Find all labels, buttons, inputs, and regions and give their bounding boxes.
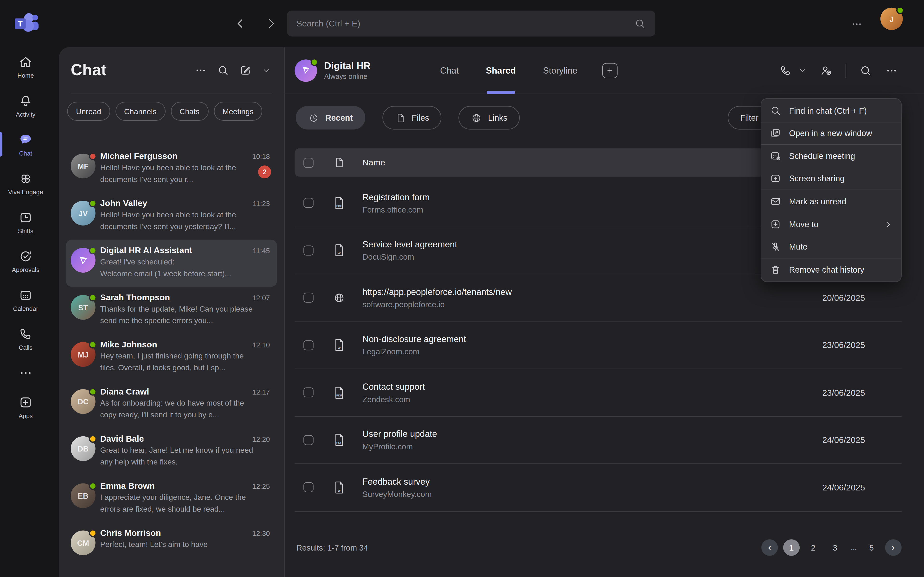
page-button[interactable]: ‹ xyxy=(761,539,778,556)
row-checkbox[interactable] xyxy=(304,293,313,303)
rail-item[interactable]: Calls xyxy=(0,319,51,358)
row-checkbox[interactable] xyxy=(304,482,313,492)
menu-item-label: Screen sharing xyxy=(789,174,845,183)
row-checkbox[interactable] xyxy=(304,340,313,350)
row-checkbox[interactable] xyxy=(304,198,313,208)
conversation-item[interactable]: CM Chris Morrison 12:30 Perfect, team! L… xyxy=(66,522,277,569)
chat-filter-pill[interactable]: Unread xyxy=(67,102,110,121)
rail-item[interactable]: Home xyxy=(0,47,51,86)
chat-tab[interactable]: Chat xyxy=(440,47,459,93)
menu-item-label: Open in a new window xyxy=(789,128,872,138)
call-button[interactable] xyxy=(779,64,792,77)
new-chat-button[interactable] xyxy=(239,64,252,76)
row-checkbox[interactable] xyxy=(304,388,313,398)
chat-filter-pill[interactable]: Channels xyxy=(115,102,165,121)
page-button[interactable]: 2 xyxy=(805,539,822,556)
file-date: 23/06/2025 xyxy=(822,388,865,397)
chevron-down-icon[interactable] xyxy=(262,66,271,75)
conversation-item[interactable]: JV John Valley 11:23 Hello! Have you bee… xyxy=(66,193,277,240)
rail-item-icon xyxy=(18,210,33,225)
rail-item-icon xyxy=(18,171,33,186)
add-tab-button[interactable] xyxy=(602,63,617,78)
menu-item[interactable]: Open in a new window xyxy=(761,122,901,145)
menu-item[interactable]: Find in chat (Ctrl + F) xyxy=(761,100,901,122)
global-search[interactable] xyxy=(287,11,656,37)
view-pill[interactable]: Links xyxy=(459,106,520,130)
file-date: 20/06/2025 xyxy=(822,293,865,303)
page-button[interactable]: 1 xyxy=(783,539,800,556)
svg-text:w: w xyxy=(338,346,341,350)
conversation-name: Michael Fergusson xyxy=(100,151,178,161)
rail-item[interactable]: Calendar xyxy=(0,280,51,319)
back-button[interactable] xyxy=(233,15,247,32)
conversation-time: 12:07 xyxy=(252,294,270,302)
conversation-item[interactable]: ST Sarah Thompson 12:07 Thanks for the u… xyxy=(66,287,277,334)
conversation-item[interactable]: EB Emma Brown 12:25 I appreciate your di… xyxy=(66,475,277,522)
page-button[interactable]: 3 xyxy=(827,539,843,556)
rail-item[interactable] xyxy=(0,358,51,387)
page-button[interactable]: ... xyxy=(849,539,858,556)
menu-item-label: Mute xyxy=(789,242,807,251)
chat-filter-pill[interactable]: Meetings xyxy=(214,102,263,121)
user-avatar[interactable]: J xyxy=(880,8,903,30)
conversation-preview: As for onboarding: we do have most of th… xyxy=(100,397,270,421)
conversation-name: John Valley xyxy=(100,198,147,208)
peer-avatar[interactable] xyxy=(294,59,317,82)
rail-item[interactable]: Approvals xyxy=(0,242,51,280)
menu-item[interactable]: Mute xyxy=(761,235,901,258)
chat-tab[interactable]: Storyline xyxy=(543,47,577,93)
find-in-chat-button[interactable] xyxy=(859,64,872,77)
chat-options-menu: Find in chat (Ctrl + F) Open in a new wi… xyxy=(761,98,901,282)
row-checkbox[interactable] xyxy=(304,245,313,256)
search-input[interactable] xyxy=(296,19,634,28)
conversation-name: Mike Johnson xyxy=(100,340,157,349)
table-row[interactable]: PDF Contact support Zendesk.com 23/06/20… xyxy=(294,369,901,417)
table-footer: Results: 1-7 from 34 ‹ 1 2 3 ... 5 xyxy=(296,518,901,577)
conversation-item[interactable]: MF Michael Fergusson 10:18 Hello! Have y… xyxy=(66,145,277,193)
chat-more-button[interactable] xyxy=(194,64,207,76)
rail-item[interactable]: Viva Engage xyxy=(0,164,51,203)
chat-tab[interactable]: Shared xyxy=(486,47,516,93)
conversation-time: 12:30 xyxy=(252,529,270,538)
conversation-name: Digital HR AI Assistant xyxy=(100,245,192,255)
chat-filter-pill[interactable]: Chats xyxy=(171,102,208,121)
call-options-chevron-icon[interactable] xyxy=(798,66,807,75)
rail-item-icon xyxy=(18,366,33,380)
file-title: Registration form xyxy=(362,192,430,202)
add-people-button[interactable] xyxy=(820,64,833,77)
menu-item-label: Remove chat history xyxy=(789,265,864,274)
menu-item[interactable]: Remove chat history xyxy=(761,258,901,281)
menu-item[interactable]: Schedule meeting xyxy=(761,145,901,167)
page-button[interactable]: › xyxy=(885,539,901,556)
table-row[interactable]: w Feedback survey SurveyMonkey.com 24/06… xyxy=(294,464,901,511)
rail-item[interactable]: Activity xyxy=(0,86,51,125)
conversation-item[interactable]: DC Diana Crawl 12:17 As for onboarding: … xyxy=(66,381,277,428)
view-pill[interactable]: Recent xyxy=(296,106,365,130)
topbar-more-button[interactable] xyxy=(851,18,863,30)
forward-button[interactable] xyxy=(264,15,278,32)
presence-indicator xyxy=(89,247,97,255)
file-domain: MyProfile.com xyxy=(362,442,437,451)
conversation-preview: I appreciate your diligence, Jane. Once … xyxy=(100,492,270,515)
table-row[interactable]: w Non-disclosure agreement LegalZoom.com… xyxy=(294,322,901,369)
chat-search-button[interactable] xyxy=(217,64,229,76)
menu-item[interactable]: Mark as unread xyxy=(761,190,901,213)
chat-options-button[interactable] xyxy=(885,64,898,77)
file-domain: SurveyMonkey.com xyxy=(362,490,432,499)
conversation-item[interactable]: MJ Mike Johnson 12:10 Hey team, I just f… xyxy=(66,334,277,381)
view-pill[interactable]: Files xyxy=(382,106,441,130)
rail-item[interactable]: Chat xyxy=(0,125,51,164)
menu-item[interactable]: Move to xyxy=(761,213,901,235)
file-date: 24/06/2025 xyxy=(822,435,865,445)
select-all-checkbox[interactable] xyxy=(304,158,313,168)
conversation-item[interactable]: DB David Bale 12:20 Great to hear, Jane!… xyxy=(66,428,277,475)
conversation-time: 12:20 xyxy=(252,435,270,443)
rail-item[interactable]: Shifts xyxy=(0,202,51,242)
avatar: ST xyxy=(71,295,95,320)
menu-item[interactable]: Screen sharing xyxy=(761,168,901,190)
row-checkbox[interactable] xyxy=(304,435,313,445)
conversation-item[interactable]: Digital HR AI Assistant 11:45 Great! I'v… xyxy=(66,240,277,287)
table-row[interactable]: PDF User profile update MyProfile.com 24… xyxy=(294,417,901,464)
page-button[interactable]: 5 xyxy=(863,539,880,556)
rail-item[interactable]: Apps xyxy=(0,387,51,426)
